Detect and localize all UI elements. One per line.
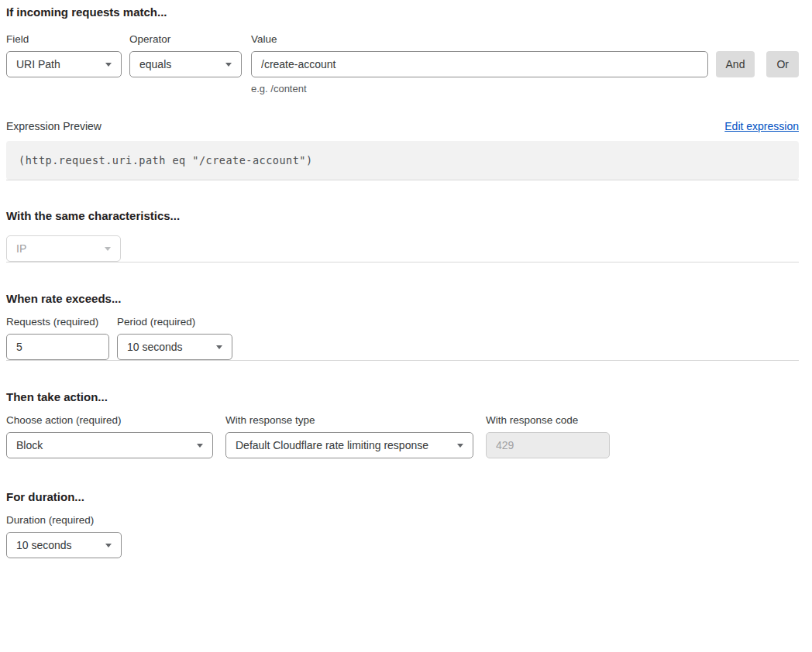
operator-group: Operator equals	[129, 33, 242, 77]
chevron-down-icon	[197, 444, 203, 448]
value-label: Value	[251, 33, 708, 46]
field-label: Field	[6, 33, 122, 46]
or-button[interactable]: Or	[766, 51, 799, 77]
rate-controls-row: Requests (required) Period (required) 10…	[6, 315, 799, 360]
response-type-select-value: Default Cloudflare rate limiting respons…	[236, 439, 428, 451]
duration-group: Duration (required) 10 seconds	[6, 513, 122, 558]
operator-select[interactable]: equals	[129, 51, 242, 77]
section-divider	[6, 360, 799, 361]
field-group: Field URI Path	[6, 33, 122, 77]
characteristic-select-value: IP	[16, 242, 26, 255]
and-button[interactable]: And	[716, 51, 755, 77]
expression-preview-header: Expression Preview Edit expression	[6, 120, 799, 133]
chevron-down-icon	[457, 444, 463, 448]
duration-section-heading: For duration...	[6, 489, 799, 504]
choose-action-group: Choose action (required) Block	[6, 414, 213, 458]
period-select[interactable]: 10 seconds	[117, 334, 232, 360]
field-select[interactable]: URI Path	[6, 51, 122, 77]
operator-label: Operator	[129, 33, 242, 46]
rate-limiting-rule-form: If incoming requests match... Field URI …	[0, 0, 812, 652]
field-select-value: URI Path	[16, 58, 60, 70]
match-controls-row: Field URI Path Operator equals Value e.g…	[6, 33, 799, 95]
operator-select-value: equals	[139, 58, 171, 70]
duration-select[interactable]: 10 seconds	[6, 532, 122, 558]
chevron-down-icon	[216, 345, 222, 349]
response-code-label: With response code	[486, 414, 610, 427]
rate-section-heading: When rate exceeds...	[6, 291, 799, 306]
edit-expression-link[interactable]: Edit expression	[724, 120, 799, 132]
chevron-down-icon	[105, 63, 112, 67]
choose-action-label: Choose action (required)	[6, 414, 213, 427]
characteristic-select: IP	[6, 235, 121, 262]
response-code-group: With response code	[486, 414, 610, 458]
requests-input[interactable]	[6, 334, 109, 360]
logic-buttons: And Or	[716, 51, 799, 77]
expression-preview-box: (http.request.uri.path eq "/create-accou…	[6, 141, 799, 180]
response-code-input	[486, 432, 610, 458]
value-input[interactable]	[251, 51, 708, 77]
response-type-label: With response type	[225, 414, 473, 427]
value-group: Value e.g. /content	[251, 33, 708, 95]
period-label: Period (required)	[117, 315, 232, 328]
requests-label: Requests (required)	[6, 315, 109, 328]
value-helper-text: e.g. /content	[251, 82, 708, 95]
section-divider	[6, 262, 799, 263]
action-controls-row: Choose action (required) Block With resp…	[6, 414, 799, 458]
chevron-down-icon	[225, 63, 232, 67]
expression-preview-label: Expression Preview	[6, 120, 102, 133]
duration-label: Duration (required)	[6, 513, 122, 527]
period-group: Period (required) 10 seconds	[117, 315, 232, 360]
action-section-heading: Then take action...	[6, 389, 799, 404]
expression-code: (http.request.uri.path eq "/create-accou…	[19, 154, 313, 166]
characteristics-section-heading: With the same characteristics...	[6, 208, 799, 223]
chevron-down-icon	[105, 247, 111, 251]
response-type-group: With response type Default Cloudflare ra…	[225, 414, 473, 458]
match-section-heading: If incoming requests match...	[6, 5, 799, 19]
period-select-value: 10 seconds	[127, 341, 183, 353]
response-type-select[interactable]: Default Cloudflare rate limiting respons…	[225, 432, 473, 458]
chevron-down-icon	[105, 544, 112, 547]
duration-select-value: 10 seconds	[16, 539, 72, 551]
requests-group: Requests (required)	[6, 315, 109, 360]
choose-action-select-value: Block	[16, 439, 43, 451]
choose-action-select[interactable]: Block	[6, 432, 213, 458]
section-divider	[6, 180, 799, 180]
